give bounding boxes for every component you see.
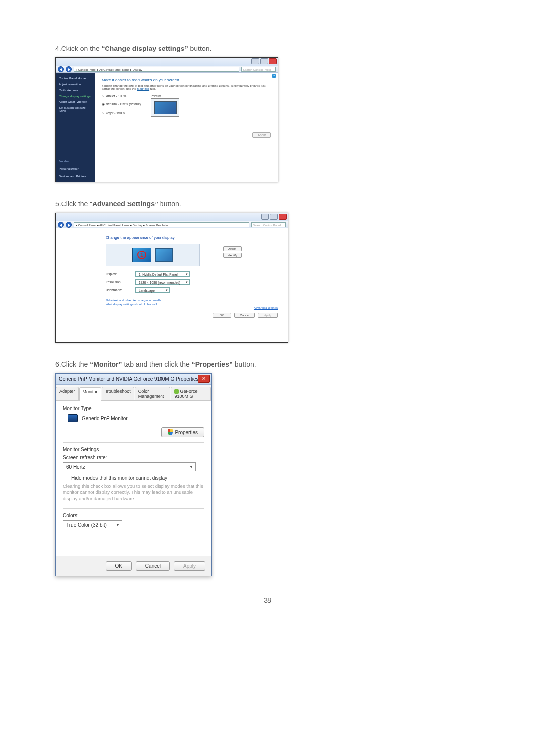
preview-label: Preview <box>151 94 179 97</box>
screenshot-display-settings: ▸ Control Panel ▸ All Control Panel Item… <box>55 57 278 182</box>
cancel-button[interactable]: Cancel <box>234 313 255 318</box>
page-number: 38 <box>55 596 480 604</box>
monitor-icon <box>68 414 78 422</box>
address-bar: ▸ Control Panel ▸ All Control Panel Item… <box>56 221 288 228</box>
uac-shield-icon <box>168 429 173 435</box>
monitor-settings-heading: Monitor Settings <box>63 447 204 452</box>
detect-button[interactable]: Detect <box>223 246 242 251</box>
maximize-button[interactable] <box>270 214 278 220</box>
see-also-personalization[interactable]: Personalization <box>59 167 92 170</box>
minimize-button[interactable] <box>251 58 259 64</box>
hide-modes-description: Clearing this check box allows you to se… <box>63 483 204 502</box>
magnifier-link[interactable]: Magnifier <box>137 87 149 90</box>
search-input[interactable]: Search Control Panel <box>251 222 286 227</box>
minimize-button[interactable] <box>261 214 269 220</box>
address-bar: ▸ Control Panel ▸ All Control Panel Item… <box>56 66 278 73</box>
resolution-select[interactable]: 1920 × 1080 (recommended) <box>135 279 190 285</box>
screenshot-screen-resolution: ▸ Control Panel ▸ All Control Panel Item… <box>55 213 288 343</box>
properties-button[interactable]: Properties <box>161 427 204 437</box>
control-panel-home-link[interactable]: Control Panel Home <box>59 77 92 80</box>
page-title: Make it easier to read what's on your sc… <box>102 78 271 82</box>
breadcrumb[interactable]: ▸ Control Panel ▸ All Control Panel Item… <box>74 222 249 227</box>
forward-button[interactable] <box>66 66 72 72</box>
sidebar-change-display-settings[interactable]: Change display settings <box>59 95 92 98</box>
colors-select[interactable]: True Color (32 bit) <box>63 520 122 529</box>
hide-modes-checkbox[interactable] <box>63 476 68 481</box>
identify-button[interactable]: Identify <box>223 253 242 258</box>
help-icon[interactable]: ? <box>272 74 276 78</box>
ok-button[interactable]: OK <box>106 561 131 571</box>
display-label: Display: <box>106 272 130 276</box>
back-button[interactable] <box>58 222 64 228</box>
monitor-number-badge: 1 <box>137 251 146 259</box>
step-5: 5.Click the “Advanced Settings” button. <box>55 200 480 208</box>
screenshot-monitor-properties: Generic PnP Monitor and NVIDIA GeForce 9… <box>55 373 212 576</box>
monitor-type-heading: Monitor Type <box>63 406 204 411</box>
cancel-button[interactable]: Cancel <box>136 561 170 571</box>
sidebar-set-custom-text-size[interactable]: Set custom text size (DPI) <box>59 106 92 112</box>
what-settings-link[interactable]: What display settings should I choose? <box>106 303 278 306</box>
apply-button[interactable]: Apply <box>252 132 271 138</box>
dialog-titlebar: Generic PnP Monitor and NVIDIA GeForce 9… <box>56 374 211 385</box>
advanced-settings-link[interactable]: Advanced settings <box>254 306 278 309</box>
nvidia-icon <box>174 389 179 394</box>
breadcrumb[interactable]: ▸ Control Panel ▸ All Control Panel Item… <box>74 67 239 72</box>
see-also-heading: See also <box>59 160 92 163</box>
refresh-rate-label: Screen refresh rate: <box>63 455 204 460</box>
search-input[interactable]: Search Control Panel <box>241 67 276 72</box>
monitor-1-icon[interactable]: 1 <box>132 248 151 262</box>
display-select[interactable]: 1. Nvidia Default Flat Panel <box>135 271 190 277</box>
colors-label: Colors: <box>63 513 204 518</box>
see-also-devices-printers[interactable]: Devices and Printers <box>59 175 92 178</box>
tab-troubleshoot[interactable]: Troubleshoot <box>102 387 134 400</box>
window-titlebar <box>56 58 278 66</box>
refresh-rate-select[interactable]: 60 Hertz <box>63 462 196 471</box>
sidebar-adjust-resolution[interactable]: Adjust resolution <box>59 83 92 86</box>
tab-adapter[interactable]: Adapter <box>56 387 79 400</box>
close-button[interactable] <box>269 58 277 64</box>
radio-smaller[interactable]: Smaller - 100% <box>102 94 141 98</box>
step-6: 6.Click the “Monitor” tab and then click… <box>55 360 480 368</box>
dialog-body: Monitor Type Generic PnP Monitor Propert… <box>56 401 211 556</box>
preview-thumbnail <box>151 98 179 117</box>
ok-button[interactable]: OK <box>213 313 232 318</box>
monitor-preview-area: 1 Detect Identify <box>106 244 200 266</box>
sidebar-adjust-cleartype[interactable]: Adjust ClearType text <box>59 101 92 103</box>
orientation-select[interactable]: Landscape <box>135 287 170 293</box>
back-button[interactable] <box>58 66 64 72</box>
step-4: 4.Ckick on the “Change display settings”… <box>55 45 480 52</box>
radio-larger[interactable]: Larger - 150% <box>102 111 141 115</box>
hide-modes-label: Hide modes that this monitor cannot disp… <box>71 475 167 481</box>
close-button[interactable]: ✕ <box>198 375 210 383</box>
make-text-larger-link[interactable]: Make text and other items larger or smal… <box>106 299 278 302</box>
apply-button[interactable]: Apply <box>258 313 278 318</box>
resolution-label: Resolution: <box>106 280 130 284</box>
page-title: Change the appearance of your display <box>106 235 278 240</box>
dialog-footer: OK Cancel Apply <box>56 556 211 576</box>
radio-medium[interactable]: Medium - 125% (default) <box>102 102 141 106</box>
tab-strip: Adapter Monitor Troubleshoot Color Manag… <box>56 385 211 401</box>
tab-color-management[interactable]: Color Management <box>135 387 171 400</box>
sidebar: Control Panel Home Adjust resolution Cal… <box>56 73 95 182</box>
tab-geforce[interactable]: GeForce 9100M G <box>171 387 211 400</box>
monitor-name-text: Generic PnP Monitor <box>82 416 128 421</box>
monitor-2-icon[interactable] <box>155 248 173 262</box>
orientation-label: Orientation: <box>106 288 130 292</box>
apply-button[interactable]: Apply <box>174 561 205 571</box>
window-titlebar <box>56 213 288 221</box>
dialog-title-text: Generic PnP Monitor and NVIDIA GeForce 9… <box>59 376 199 382</box>
main-content: ? Make it easier to read what's on your … <box>95 73 278 182</box>
page-description: You can change the size of text and othe… <box>102 84 271 90</box>
main-content: Change the appearance of your display 1 … <box>56 228 288 342</box>
close-button[interactable] <box>279 214 287 220</box>
sidebar-calibrate-color[interactable]: Calibrate color <box>59 89 92 92</box>
forward-button[interactable] <box>66 222 72 228</box>
tab-monitor[interactable]: Monitor <box>79 387 101 401</box>
maximize-button[interactable] <box>260 58 268 64</box>
